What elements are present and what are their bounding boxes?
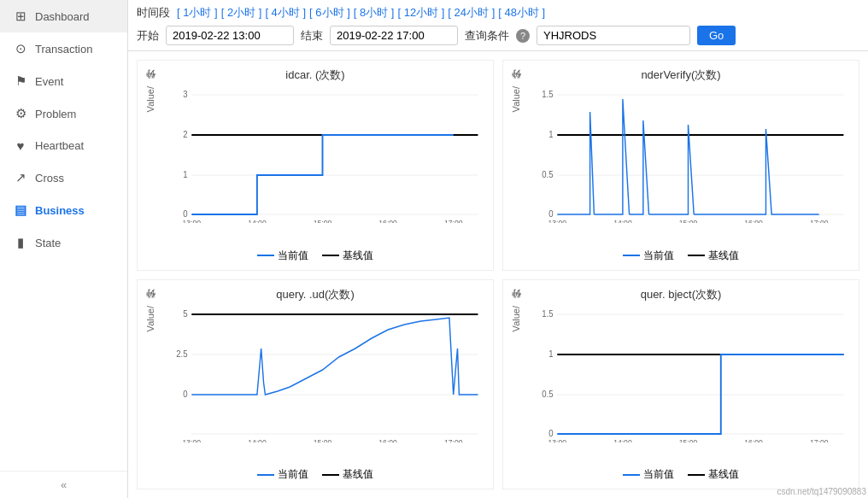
y-axis-label-3: Value/分钟 bbox=[144, 306, 157, 331]
chart-legend-4: 当前值 基线值 bbox=[510, 467, 852, 482]
y-axis-label-4: Value/分钟 bbox=[510, 306, 523, 331]
chart-title-2: nderVerify(次数) bbox=[510, 67, 852, 83]
sidebar-item-business[interactable]: ▤ Business bbox=[0, 194, 127, 226]
sidebar-item-event[interactable]: ⚑ Event bbox=[0, 65, 127, 97]
legend-line-baseline-4 bbox=[688, 474, 705, 476]
sidebar-item-label: Heartbeat bbox=[35, 139, 84, 152]
sidebar-item-cross[interactable]: ↗ Cross bbox=[0, 161, 127, 194]
svg-text:1: 1 bbox=[548, 130, 553, 139]
time-link-6h[interactable]: [ 6小时 ] bbox=[309, 5, 350, 21]
svg-text:0: 0 bbox=[183, 389, 188, 398]
time-link-12h[interactable]: [ 12小时 ] bbox=[397, 5, 444, 21]
sidebar-item-label: Business bbox=[35, 204, 85, 217]
end-input[interactable] bbox=[330, 26, 458, 45]
svg-text:16:00: 16:00 bbox=[744, 219, 763, 223]
business-icon: ▤ bbox=[13, 202, 28, 218]
chart-panel-2: nderVerify(次数) Value/分钟 1.5 1 0.5 0 13:0… bbox=[502, 60, 859, 271]
svg-text:1: 1 bbox=[183, 170, 187, 179]
chart-legend-1: 当前值 基线值 bbox=[144, 249, 486, 263]
sidebar-item-problem[interactable]: ⚙ Problem bbox=[0, 97, 127, 130]
problem-icon: ⚙ bbox=[13, 106, 28, 121]
svg-text:0: 0 bbox=[183, 209, 188, 219]
sidebar-item-state[interactable]: ▮ State bbox=[0, 226, 127, 259]
time-range-label: 时间段 bbox=[137, 5, 170, 21]
dashboard-icon: ⊞ bbox=[13, 9, 28, 24]
legend-baseline-label-4: 基线值 bbox=[708, 467, 739, 482]
svg-text:13:00: 13:00 bbox=[548, 437, 567, 442]
svg-text:13:00: 13:00 bbox=[548, 219, 567, 223]
chart-panel-3: query. .ud(次数) Value/分钟 5 2.5 0 13:00 14… bbox=[137, 279, 494, 490]
svg-text:14:00: 14:00 bbox=[613, 437, 632, 442]
time-link-2h[interactable]: [ 2小时 ] bbox=[221, 5, 262, 21]
svg-text:0.5: 0.5 bbox=[542, 170, 554, 179]
svg-text:0: 0 bbox=[548, 428, 554, 437]
sidebar-item-label: Dashboard bbox=[35, 10, 90, 23]
time-link-8h[interactable]: [ 8小时 ] bbox=[354, 5, 395, 21]
legend-line-baseline-1 bbox=[322, 255, 339, 256]
time-link-4h[interactable]: [ 4小时 ] bbox=[265, 5, 306, 21]
legend-current-2: 当前值 bbox=[623, 249, 674, 263]
chart-svg-4: 1.5 1 0.5 0 13:00 14:00 15:00 16:00 17:0… bbox=[525, 306, 852, 445]
time-link-48h[interactable]: [ 48小时 ] bbox=[498, 5, 545, 21]
legend-baseline-label-2: 基线值 bbox=[708, 249, 739, 263]
toolbar: 时间段 [ 1小时 ] [ 2小时 ] [ 4小时 ] [ 6小时 ] [ 8小… bbox=[128, 0, 868, 51]
svg-text:2: 2 bbox=[183, 130, 187, 139]
transaction-icon: ⊙ bbox=[13, 41, 28, 56]
svg-text:3: 3 bbox=[183, 90, 187, 99]
legend-baseline-4: 基线值 bbox=[688, 467, 739, 482]
legend-current-label-4: 当前值 bbox=[643, 467, 674, 482]
chart-title-3: query. .ud(次数) bbox=[144, 287, 486, 302]
legend-line-baseline-2 bbox=[688, 255, 705, 256]
chart-svg-2: 1.5 1 0.5 0 13:00 14:00 15:00 16:00 17:0… bbox=[525, 86, 852, 226]
chart-legend-3: 当前值 基线值 bbox=[144, 467, 486, 482]
sidebar-collapse-button[interactable]: « bbox=[0, 471, 127, 498]
svg-text:17:00: 17:00 bbox=[810, 437, 829, 442]
y-axis-label-1: Value/分钟 bbox=[144, 86, 157, 112]
chart-panel-4: quer. bject(次数) Value/分钟 1.5 1 0.5 0 13:… bbox=[502, 279, 859, 490]
sidebar-item-transaction[interactable]: ⊙ Transaction bbox=[0, 32, 127, 65]
chart-title-4: quer. bject(次数) bbox=[510, 287, 852, 302]
sidebar-item-dashboard[interactable]: ⊞ Dashboard bbox=[0, 0, 127, 32]
svg-text:16:00: 16:00 bbox=[378, 437, 397, 442]
start-input[interactable] bbox=[166, 26, 294, 45]
svg-text:14:00: 14:00 bbox=[248, 219, 267, 223]
sidebar-item-label: Event bbox=[35, 75, 63, 88]
legend-current-label-1: 当前值 bbox=[278, 249, 308, 263]
svg-text:15:00: 15:00 bbox=[679, 437, 698, 442]
time-link-24h[interactable]: [ 24小时 ] bbox=[448, 5, 495, 21]
query-row: 开始 结束 查询条件 ? Go bbox=[137, 26, 859, 45]
legend-line-current-2 bbox=[623, 255, 640, 256]
svg-text:14:00: 14:00 bbox=[248, 437, 267, 442]
start-label: 开始 bbox=[137, 28, 159, 44]
time-link-1h[interactable]: [ 1小时 ] bbox=[177, 5, 218, 21]
svg-text:5: 5 bbox=[183, 308, 188, 318]
event-icon: ⚑ bbox=[13, 73, 28, 89]
legend-current-4: 当前值 bbox=[623, 467, 674, 482]
legend-baseline-2: 基线值 bbox=[688, 249, 739, 263]
legend-baseline-3: 基线值 bbox=[322, 467, 373, 482]
svg-text:2.5: 2.5 bbox=[176, 349, 188, 358]
legend-baseline-label-3: 基线值 bbox=[343, 467, 373, 482]
chart-wrapper-4: Value/分钟 1.5 1 0.5 0 13:00 14:00 15:00 bbox=[510, 306, 852, 465]
cross-icon: ↗ bbox=[13, 170, 28, 185]
legend-line-current-3 bbox=[257, 474, 274, 476]
query-input[interactable] bbox=[537, 26, 690, 45]
legend-current-1: 当前值 bbox=[257, 249, 308, 263]
svg-text:1.5: 1.5 bbox=[542, 308, 554, 318]
svg-text:15:00: 15:00 bbox=[679, 219, 698, 223]
legend-line-current-4 bbox=[623, 474, 640, 476]
legend-current-label-3: 当前值 bbox=[278, 467, 308, 482]
chart-wrapper-3: Value/分钟 5 2.5 0 13:00 14:00 15:00 16:00 bbox=[144, 306, 486, 465]
legend-line-baseline-3 bbox=[322, 474, 339, 476]
go-button[interactable]: Go bbox=[697, 26, 736, 45]
sidebar-item-heartbeat[interactable]: ♥ Heartbeat bbox=[0, 130, 127, 161]
help-icon[interactable]: ? bbox=[516, 29, 530, 43]
sidebar-item-label: Problem bbox=[35, 108, 76, 120]
heartbeat-icon: ♥ bbox=[13, 138, 28, 153]
svg-text:0.5: 0.5 bbox=[542, 389, 554, 398]
chart-panel-1: idcar. (次数) Value/分钟 3 2 1 0 bbox=[137, 60, 494, 271]
state-icon: ▮ bbox=[13, 235, 28, 250]
svg-text:16:00: 16:00 bbox=[378, 219, 397, 223]
svg-text:1.5: 1.5 bbox=[542, 90, 554, 99]
svg-text:17:00: 17:00 bbox=[810, 219, 829, 223]
